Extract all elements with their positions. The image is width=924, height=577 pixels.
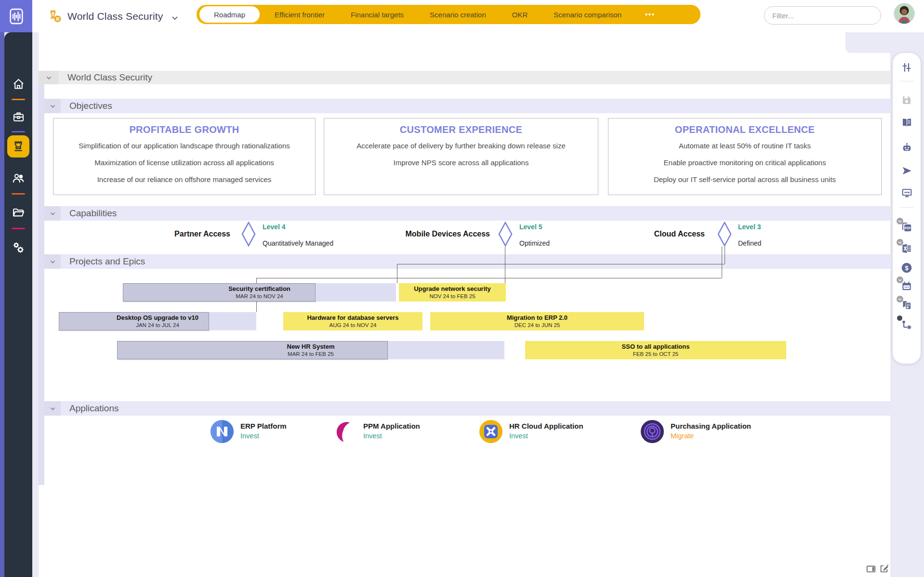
capability-diamond[interactable]	[717, 222, 732, 249]
capability-diamond[interactable]	[241, 222, 256, 249]
tab-roadmap[interactable]: Roadmap	[199, 6, 260, 23]
capability-level: Level 3	[738, 223, 761, 231]
app-logo[interactable]	[0, 0, 32, 32]
workflow-gear-icon[interactable]	[900, 318, 913, 331]
objective-card-title: CUSTOMER EXPERIENCE	[324, 124, 598, 135]
tab-scenario-comparison[interactable]: Scenario comparison	[541, 5, 634, 24]
tab-financial-targets[interactable]: Financial targets	[338, 5, 417, 24]
tab-scenario-creation[interactable]: Scenario creation	[417, 5, 499, 24]
robot-icon[interactable]	[900, 141, 913, 154]
projects-band: Projects and Epics	[44, 254, 890, 269]
objectives-collapse-caret[interactable]	[44, 99, 61, 113]
chevron-down-icon	[897, 296, 903, 302]
projects-collapse-caret[interactable]	[44, 254, 61, 269]
application-item[interactable]: PPM Application Invest	[332, 419, 420, 444]
capability-level: Level 4	[263, 223, 285, 231]
application-status: Migrate	[671, 432, 751, 440]
applications-collapse-caret[interactable]	[44, 401, 61, 416]
epic-name: Hardware for database servers	[307, 314, 398, 322]
application-item[interactable]: HR Cloud Application Invest	[478, 419, 583, 444]
sliders-icon[interactable]	[900, 61, 913, 74]
connector-line	[256, 278, 257, 283]
epic-dates: NOV 24 to FEB 25	[429, 293, 475, 300]
epic-bar[interactable]: Hardware for database serversAUG 24 to N…	[283, 312, 422, 330]
portfolio-hierarchy-icon	[47, 9, 63, 26]
connector-line	[397, 264, 725, 264]
objective-item: Enable proactive monitoring on critical …	[612, 158, 877, 167]
objective-card-title: OPERATIONAL EXCELLENCE	[608, 124, 881, 135]
people-underline	[12, 193, 25, 195]
application-name: Purchasing Application	[671, 422, 751, 430]
capability-name: Partner Access	[124, 230, 230, 238]
objectives-band: Objectives	[44, 99, 890, 113]
root-group-title: World Class Security	[67, 72, 152, 83]
objective-card[interactable]: CUSTOMER EXPERIENCE Accelerate pace of d…	[324, 118, 598, 195]
capabilities-title: Capabilities	[69, 208, 117, 219]
tab-efficient-frontier[interactable]: Efficient frontier	[262, 5, 338, 24]
panel-toggle-icon[interactable]	[866, 564, 876, 574]
application-name: ERP Platform	[240, 422, 287, 430]
connector-line	[256, 278, 722, 278]
toolbar-divider	[899, 81, 914, 81]
equalizer-logo-icon	[7, 7, 26, 26]
hr-cloud-application-icon	[478, 419, 503, 444]
epic-name: Upgrade network security	[414, 285, 491, 293]
root-collapse-caret[interactable]	[39, 71, 59, 84]
epic-dates: MAR 24 to NOV 24	[236, 293, 283, 300]
chevron-down-icon	[897, 239, 903, 246]
report-export-icon[interactable]	[900, 299, 913, 312]
calendar-icon[interactable]	[900, 279, 913, 293]
briefcase-icon[interactable]	[11, 109, 26, 124]
epic-bar[interactable]: Desktop OS upgrade to v10JAN 24 to JUL 2…	[59, 312, 256, 330]
capability-level: Level 5	[519, 223, 542, 231]
save-icon[interactable]	[900, 93, 913, 107]
folder-icon[interactable]	[11, 206, 26, 220]
capability-diamond[interactable]	[498, 222, 513, 249]
strategy-rook-icon[interactable]	[7, 135, 29, 157]
excel-export-icon[interactable]	[900, 242, 913, 255]
objective-card[interactable]: PROFITABLE GROWTH Simplification of our …	[53, 118, 316, 195]
edit-icon[interactable]	[879, 564, 889, 574]
capability-name: Mobile Devices Access	[384, 230, 490, 238]
tab-okr[interactable]: OKR	[499, 5, 541, 24]
objective-card-title: PROFITABLE GROWTH	[53, 124, 315, 135]
tabs-overflow-button[interactable]: •••	[634, 11, 666, 18]
root-group-band: World Class Security	[39, 71, 890, 84]
epic-bar[interactable]: Upgrade network securityNOV 24 to FEB 25	[399, 283, 506, 302]
home-icon[interactable]	[11, 77, 26, 91]
purchasing-application-icon	[640, 419, 665, 444]
application-item[interactable]: ERP Platform Invest	[210, 419, 287, 444]
filter-input[interactable]	[764, 6, 881, 25]
epic-bar[interactable]: Migration to ERP 2.0DEC 24 to JUN 25	[430, 312, 644, 330]
settings-gears-icon[interactable]	[11, 240, 26, 255]
application-item[interactable]: Purchasing Application Migrate	[640, 419, 751, 444]
epic-bar[interactable]: New HR SystemMAR 24 to FEB 25	[117, 341, 504, 359]
pdf-export-icon[interactable]: PDF	[900, 221, 913, 234]
svg-text:PDF: PDF	[905, 226, 911, 230]
capabilities-band: Capabilities	[44, 206, 890, 221]
user-avatar[interactable]	[894, 3, 915, 24]
capabilities-collapse-caret[interactable]	[44, 206, 61, 221]
folder-underline	[12, 228, 25, 229]
people-icon[interactable]	[11, 171, 26, 185]
connector-line	[725, 247, 725, 264]
epic-bar[interactable]: Security certificationMAR 24 to NOV 24	[123, 283, 396, 302]
application-status: Invest	[240, 432, 287, 440]
briefcase-underline	[12, 131, 25, 132]
capability-maturity: Quantitatively Managed	[263, 239, 333, 247]
erp-platform-icon	[210, 419, 235, 444]
book-icon[interactable]	[900, 116, 913, 129]
epic-name: Desktop OS upgrade to v10	[117, 314, 198, 322]
epic-name: SSO to all applications	[622, 343, 690, 351]
presentation-icon[interactable]	[900, 186, 913, 199]
workspace-chevron-icon[interactable]	[172, 13, 178, 22]
epic-dates: MAR 24 to FEB 25	[288, 351, 334, 357]
epic-bar[interactable]: SSO to all applicationsFEB 25 to OCT 25	[525, 341, 786, 359]
objective-card[interactable]: OPERATIONAL EXCELLENCE Automate at least…	[608, 118, 882, 195]
send-icon[interactable]	[900, 164, 913, 177]
objective-item: Increase of our reliance on offshore man…	[57, 175, 311, 184]
dollar-icon[interactable]: $	[900, 261, 913, 275]
right-toolbar: PDF $	[893, 53, 921, 364]
capability-maturity: Optimized	[519, 239, 550, 247]
rail-accent-strip	[0, 0, 4, 577]
